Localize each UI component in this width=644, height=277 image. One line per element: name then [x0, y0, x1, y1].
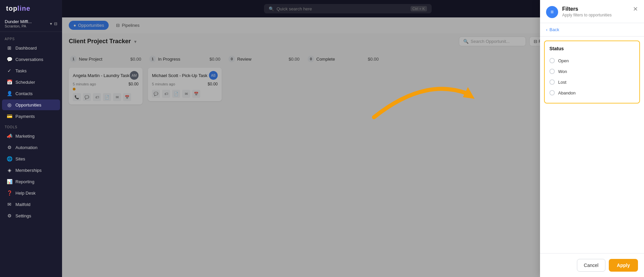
- sidebar-item-label: Sites: [15, 156, 25, 161]
- main-content: 🔍 Quick search here Ctrl + K ⚡ ● Opportu…: [62, 0, 644, 277]
- reporting-icon: 📊: [7, 179, 12, 184]
- sidebar-item-marketing[interactable]: 📣 Marketing: [2, 131, 60, 141]
- contacts-icon: 👤: [7, 91, 12, 96]
- opportunities-icon: ◎: [7, 102, 12, 108]
- sidebar-item-label: Contacts: [15, 91, 33, 96]
- tools-section-label: Tools: [0, 122, 62, 130]
- sidebar-item-label: Mailfold: [15, 202, 31, 207]
- sidebar: topline Dunder Miffl... Scranton, PA ▾ ⊟…: [0, 0, 62, 277]
- scheduler-icon: 📅: [7, 79, 12, 85]
- conversations-icon: 💬: [7, 57, 12, 62]
- mailfold-icon: ✉: [7, 202, 12, 207]
- back-label: Back: [549, 27, 559, 32]
- radio-open[interactable]: [549, 58, 555, 63]
- status-option-open[interactable]: Open: [549, 55, 635, 66]
- filter-title: Filters: [562, 6, 611, 12]
- sidebar-item-label: Opportunities: [15, 102, 41, 108]
- close-button[interactable]: ✕: [633, 6, 638, 12]
- sidebar-item-label: Tasks: [15, 68, 26, 73]
- apply-button[interactable]: Apply: [609, 259, 638, 272]
- sidebar-item-scheduler[interactable]: 📅 Scheduler: [2, 77, 60, 87]
- status-option-lost[interactable]: Lost: [549, 77, 635, 87]
- sidebar-item-mailfold[interactable]: ✉ Mailfold: [2, 199, 60, 210]
- filter-panel: ≡ Filters Apply filters to opportunities…: [540, 0, 644, 277]
- sidebar-item-label: Automation: [15, 145, 38, 150]
- filter-icon: ≡: [546, 6, 558, 18]
- sidebar-item-helpdesk[interactable]: ❓ Help Desk: [2, 188, 60, 198]
- filter-panel-header: ≡ Filters Apply filters to opportunities…: [540, 0, 644, 23]
- status-option-abandon[interactable]: Abandon: [549, 87, 635, 98]
- helpdesk-icon: ❓: [7, 190, 12, 196]
- sidebar-item-payments[interactable]: 💳 Payments: [2, 111, 60, 122]
- sidebar-item-label: Reporting: [15, 179, 34, 184]
- sidebar-item-settings[interactable]: ⚙ Settings: [2, 210, 60, 221]
- sidebar-item-opportunities[interactable]: ◎ Opportunities: [2, 99, 60, 110]
- tasks-icon: ✓: [7, 68, 12, 73]
- sidebar-item-label: Marketing: [15, 134, 35, 139]
- sidebar-item-tasks[interactable]: ✓ Tasks: [2, 65, 60, 76]
- sidebar-item-conversations[interactable]: 💬 Conversations: [2, 54, 60, 65]
- app-logo: topline: [0, 0, 62, 17]
- layout-icon: ⊟: [54, 21, 57, 26]
- radio-lost[interactable]: [549, 79, 555, 85]
- sidebar-item-label: Conversations: [15, 57, 43, 62]
- workspace-location: Scranton, PA: [5, 24, 50, 28]
- marketing-icon: 📣: [7, 133, 12, 139]
- sidebar-item-label: Settings: [15, 213, 31, 218]
- sidebar-item-dashboard[interactable]: ⊞ Dashboard: [2, 43, 60, 53]
- radio-won[interactable]: [549, 69, 555, 74]
- workspace-name: Dunder Miffl...: [5, 19, 50, 24]
- sidebar-item-sites[interactable]: 🌐 Sites: [2, 153, 60, 164]
- cancel-button[interactable]: Cancel: [577, 259, 606, 272]
- chevron-left-icon: ‹: [546, 27, 547, 32]
- sidebar-item-contacts[interactable]: 👤 Contacts: [2, 88, 60, 99]
- status-label-abandon: Abandon: [558, 90, 576, 95]
- chevron-down-icon: ▾: [50, 21, 52, 26]
- sidebar-item-automation[interactable]: ⚙ Automation: [2, 142, 60, 153]
- apps-section-label: Apps: [0, 34, 62, 42]
- status-option-won[interactable]: Won: [549, 66, 635, 77]
- payments-icon: 💳: [7, 114, 12, 119]
- sidebar-item-reporting[interactable]: 📊 Reporting: [2, 176, 60, 187]
- workspace-selector[interactable]: Dunder Miffl... Scranton, PA ▾ ⊟: [0, 17, 62, 32]
- status-label-open: Open: [558, 58, 569, 63]
- sidebar-item-label: Help Desk: [15, 191, 36, 196]
- memberships-icon: ◈: [7, 167, 12, 173]
- filter-subtitle: Apply filters to opportunities: [562, 13, 611, 17]
- sidebar-item-label: Dashboard: [15, 46, 37, 51]
- back-button[interactable]: ‹ Back: [540, 23, 644, 37]
- status-label-won: Won: [558, 69, 567, 74]
- sidebar-item-label: Payments: [15, 114, 35, 119]
- sidebar-item-label: Scheduler: [15, 80, 35, 85]
- status-section: Status Open Won Lost Abandon: [544, 41, 640, 103]
- sidebar-item-label: Memberships: [15, 168, 42, 173]
- filter-footer: Cancel Apply: [540, 253, 644, 277]
- sites-icon: 🌐: [7, 156, 12, 161]
- automation-icon: ⚙: [7, 145, 12, 150]
- status-label-lost: Lost: [558, 80, 567, 85]
- status-section-title: Status: [549, 46, 635, 51]
- sidebar-item-memberships[interactable]: ◈ Memberships: [2, 165, 60, 176]
- radio-abandon[interactable]: [549, 90, 555, 95]
- dashboard-icon: ⊞: [7, 45, 12, 51]
- settings-icon: ⚙: [7, 213, 12, 218]
